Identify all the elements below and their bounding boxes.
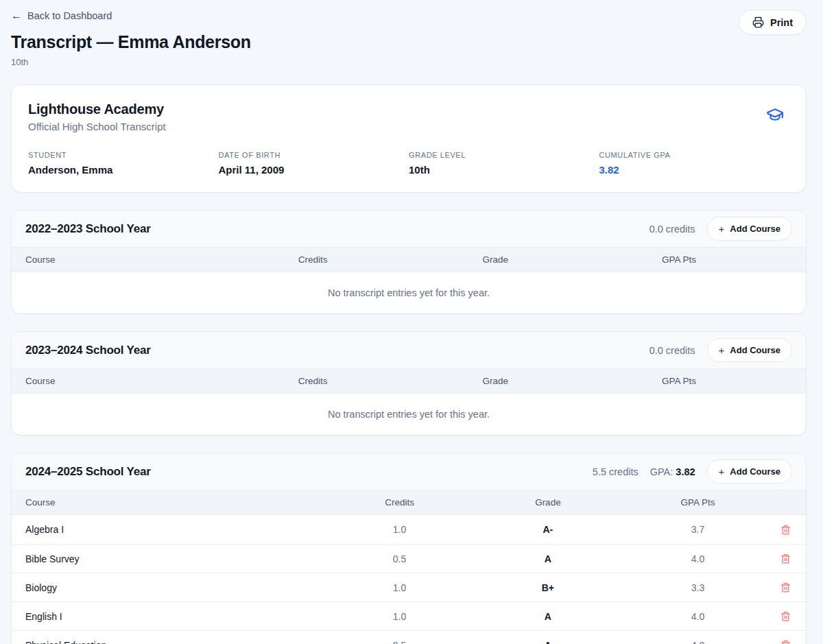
school-year-card: 2024–2025 School Year 5.5 credits GPA: 3…: [11, 453, 807, 644]
page-subtitle: 10th: [11, 57, 251, 67]
school-year-card: 2022–2023 School Year 0.0 credits + Add …: [11, 210, 807, 314]
info-field: CUMULATIVE GPA 3.82: [599, 151, 790, 176]
column-header-credits: Credits: [326, 497, 473, 508]
year-gpa: GPA: 3.82: [650, 466, 695, 477]
table-header-row: Course Credits Grade GPA Pts: [12, 490, 806, 515]
trash-icon: [780, 553, 791, 564]
print-button[interactable]: Print: [739, 10, 807, 35]
top-bar: ← Back to Dashboard Transcript — Emma An…: [11, 10, 807, 67]
info-field-value: 3.82: [599, 164, 790, 176]
course-row: Algebra I 1.0 A- 3.7: [12, 515, 806, 544]
year-header: 2024–2025 School Year 5.5 credits GPA: 3…: [12, 453, 806, 490]
year-header-right: 5.5 credits GPA: 3.82 + Add Course: [593, 460, 792, 484]
delete-course-button[interactable]: [779, 610, 792, 623]
info-field-label: STUDENT: [28, 151, 219, 159]
empty-year-message: No transcript entries yet for this year.: [12, 394, 806, 435]
plus-icon: +: [719, 223, 725, 235]
course-gpa-pts: 4.0: [623, 553, 773, 564]
graduation-cap-icon: [766, 106, 784, 126]
column-header-gpa-pts: GPA Pts: [623, 497, 773, 508]
course-grade: A: [473, 611, 623, 622]
year-gpa-label: GPA:: [650, 466, 673, 477]
course-grade: B+: [473, 582, 623, 593]
column-header-credits: Credits: [222, 376, 404, 386]
info-field-value: 10th: [409, 164, 599, 176]
add-course-button[interactable]: + Add Course: [707, 460, 792, 484]
course-name: English I: [25, 611, 326, 622]
trash-icon: [780, 640, 791, 644]
column-header-grade: Grade: [404, 376, 586, 386]
student-info-grid: STUDENT Anderson, Emma DATE OF BIRTH Apr…: [28, 151, 789, 176]
course-name: Bible Survey: [25, 553, 326, 564]
year-sections: 2022–2023 School Year 0.0 credits + Add …: [11, 210, 807, 644]
year-header: 2023–2024 School Year 0.0 credits + Add …: [12, 332, 806, 369]
back-to-dashboard-link[interactable]: ← Back to Dashboard: [11, 10, 112, 21]
year-credits-total: 0.0 credits: [649, 345, 695, 356]
printer-icon: [752, 16, 764, 28]
info-field-label: GRADE LEVEL: [409, 151, 599, 159]
column-header-gpa-pts: GPA Pts: [586, 376, 771, 386]
course-row: English I 1.0 A 4.0: [12, 601, 806, 630]
empty-year-message: No transcript entries yet for this year.: [12, 272, 806, 313]
trash-icon: [780, 611, 791, 621]
add-course-label: Add Course: [730, 466, 780, 477]
year-table-body: No transcript entries yet for this year.: [12, 394, 806, 435]
delete-course-button[interactable]: [779, 552, 792, 565]
course-grade: A: [473, 640, 623, 644]
back-arrow-icon: ←: [11, 10, 22, 21]
plus-icon: +: [719, 344, 725, 356]
year-header-right: 0.0 credits + Add Course: [649, 338, 792, 362]
transcript-page: ← Back to Dashboard Transcript — Emma An…: [0, 0, 823, 644]
info-field-value: Anderson, Emma: [28, 164, 219, 176]
year-title: 2022–2023 School Year: [25, 222, 151, 236]
school-info-header: Lighthouse Academy Official High School …: [28, 102, 789, 132]
column-header-grade: Grade: [473, 497, 623, 508]
table-header-row: Course Credits Grade GPA Pts: [12, 248, 806, 272]
column-header-credits: Credits: [222, 254, 404, 265]
trash-icon: [780, 582, 791, 593]
course-gpa-pts: 4.0: [623, 611, 773, 622]
add-course-button[interactable]: + Add Course: [707, 217, 792, 241]
year-header: 2022–2023 School Year 0.0 credits + Add …: [12, 211, 806, 248]
course-row: Physical Education 0.5 A 4.0: [12, 630, 806, 644]
info-field-value: April 11, 2009: [219, 164, 409, 176]
trash-icon: [780, 525, 791, 535]
course-credits: 1.0: [326, 611, 473, 622]
transcript-type-label: Official High School Transcript: [28, 121, 166, 132]
course-gpa-pts: 3.7: [623, 524, 773, 535]
add-course-button[interactable]: + Add Course: [707, 338, 792, 362]
year-table-body: No transcript entries yet for this year.: [12, 272, 806, 313]
school-info-titles: Lighthouse Academy Official High School …: [28, 102, 166, 132]
plus-icon: +: [719, 466, 725, 477]
course-name: Algebra I: [25, 524, 326, 535]
course-credits: 1.0: [326, 582, 473, 593]
page-title: Transcript — Emma Anderson: [11, 32, 251, 52]
year-gpa-value: 3.82: [676, 466, 695, 477]
school-year-card: 2023–2024 School Year 0.0 credits + Add …: [11, 331, 807, 436]
course-gpa-pts: 3.3: [623, 582, 773, 593]
column-header-course: Course: [25, 497, 326, 508]
delete-course-button[interactable]: [779, 523, 792, 536]
column-header-course: Course: [25, 376, 222, 386]
course-grade: A-: [473, 524, 623, 535]
back-link-label: Back to Dashboard: [27, 10, 112, 21]
year-title: 2023–2024 School Year: [25, 344, 151, 357]
column-header-course: Course: [25, 254, 222, 265]
delete-course-button[interactable]: [779, 639, 792, 644]
course-grade: A: [473, 553, 623, 564]
info-field-label: CUMULATIVE GPA: [599, 151, 790, 159]
info-field: DATE OF BIRTH April 11, 2009: [219, 151, 409, 176]
course-gpa-pts: 4.0: [623, 640, 773, 644]
course-name: Physical Education: [25, 640, 326, 644]
column-header-gpa-pts: GPA Pts: [586, 254, 771, 265]
delete-course-button[interactable]: [779, 581, 792, 594]
info-field-label: DATE OF BIRTH: [219, 151, 409, 159]
info-field: GRADE LEVEL 10th: [409, 151, 599, 176]
year-credits-total: 0.0 credits: [649, 224, 695, 235]
course-credits: 0.5: [326, 553, 473, 564]
course-row: Bible Survey 0.5 A 4.0: [12, 544, 806, 573]
course-name: Biology: [25, 582, 326, 593]
info-field: STUDENT Anderson, Emma: [28, 151, 219, 176]
school-name: Lighthouse Academy: [28, 102, 166, 117]
header-left: ← Back to Dashboard Transcript — Emma An…: [11, 10, 251, 67]
